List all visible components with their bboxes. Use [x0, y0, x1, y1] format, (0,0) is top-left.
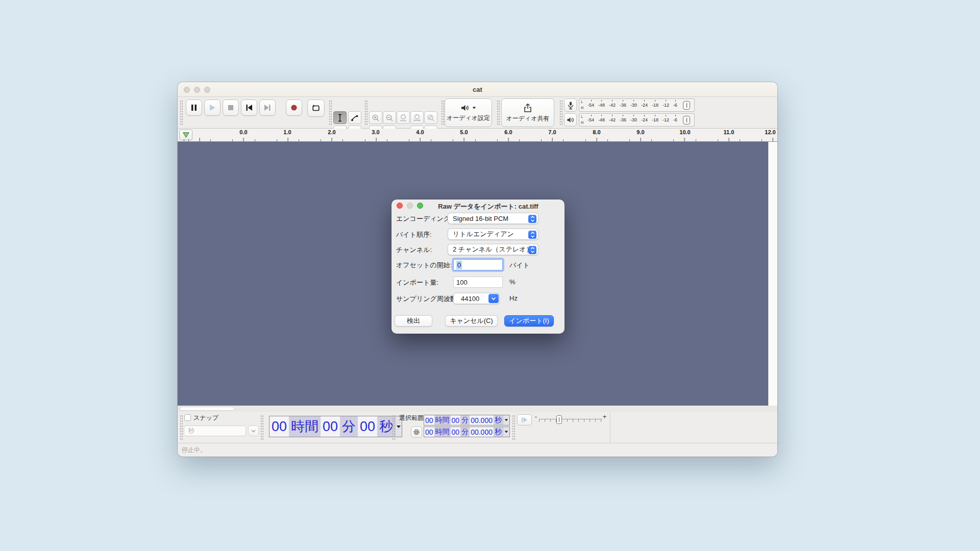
- ruler-tick-label: 12.0: [765, 129, 775, 135]
- record-button[interactable]: [286, 99, 302, 116]
- byte-order-label: バイト順序:: [396, 230, 432, 239]
- share-audio-button[interactable]: オーディオ共有: [501, 98, 554, 127]
- meter-toolbar-grip[interactable]: [559, 100, 563, 125]
- horizontal-scrollbar-thumb[interactable]: [180, 407, 235, 411]
- pause-button[interactable]: [186, 99, 202, 116]
- loop-button[interactable]: [307, 99, 325, 117]
- channels-label: チャンネル:: [396, 245, 432, 255]
- offset-label: オフセットの開始:: [396, 261, 452, 270]
- envelope-tool-button[interactable]: [348, 111, 361, 124]
- skip-to-end-button[interactable]: [259, 99, 276, 116]
- playback-meter-clip-indicator: [683, 116, 690, 124]
- recording-meter[interactable]: L R -54-48-42-36-30-24-18-12-6: [579, 98, 695, 112]
- detect-button[interactable]: 検出: [395, 315, 432, 327]
- amount-input[interactable]: 100: [453, 277, 503, 288]
- fit-selection-button[interactable]: [397, 111, 410, 124]
- share-toolbar-grip[interactable]: [497, 100, 500, 125]
- zoom-in-button[interactable]: [369, 111, 382, 124]
- dialog-close-button[interactable]: [397, 203, 403, 209]
- share-icon: [523, 103, 532, 113]
- byte-order-row: バイト順序: リトルエンディアン: [391, 229, 565, 240]
- edit-toolbar-grip[interactable]: [364, 100, 368, 125]
- offset-value: 0: [456, 261, 462, 269]
- status-bar: 停止中。: [178, 443, 777, 457]
- ruler-tick-label: 11.0: [724, 129, 734, 135]
- ruler-tick-label: 4.0: [416, 129, 424, 135]
- channels-select[interactable]: 2 チャンネル（ステレオ）: [448, 244, 538, 255]
- playback-meter-left-label: L: [581, 115, 583, 119]
- speed-slider-thumb[interactable]: [556, 415, 562, 424]
- import-raw-dialog: Raw データをインポート: cat.tiff エンコーディング: Signed…: [391, 199, 565, 334]
- ruler-tick-label: 0.0: [239, 129, 247, 135]
- playback-meter[interactable]: L R -54-48-42-36-30-24-18-12-6: [579, 113, 695, 127]
- speaker-setup-icon: [460, 104, 476, 112]
- window-titlebar[interactable]: cat: [178, 82, 777, 97]
- selection-range-label: 選択範囲: [399, 414, 424, 422]
- ruler-tick-label: 10.0: [679, 129, 690, 135]
- encoding-value: Signed 16-bit PCM: [453, 215, 508, 222]
- selection-start-field[interactable]: 00 時間 00 分 00.000 秒: [424, 415, 510, 425]
- sample-rate-combo[interactable]: 44100: [453, 293, 500, 304]
- audio-setup-toolbar-grip[interactable]: [441, 100, 445, 125]
- offset-input[interactable]: 0: [453, 259, 503, 270]
- selection-end-field[interactable]: 00 時間 00 分 00.000 秒: [424, 427, 510, 437]
- import-button[interactable]: インポート(I): [504, 315, 554, 327]
- amount-value: 100: [456, 279, 468, 286]
- dialog-traffic-lights: [397, 203, 423, 209]
- ruler-major-ticks: [178, 138, 777, 141]
- zoom-toggle-button[interactable]: [424, 111, 437, 124]
- playback-meter-button[interactable]: [564, 113, 577, 127]
- play-button[interactable]: [204, 99, 220, 116]
- snap-mode-combo[interactable]: 秒: [184, 425, 246, 436]
- pinned-play-head-icon: [183, 132, 189, 138]
- play-at-speed-button[interactable]: [517, 414, 532, 425]
- window-title: cat: [178, 86, 777, 93]
- dialog-buttons-row: 検出 キャンセル(C) インポート(I): [391, 315, 565, 327]
- dialog-minimize-button[interactable]: [407, 203, 413, 209]
- selection-end-format-dropdown[interactable]: [503, 427, 509, 437]
- horizontal-scrollbar[interactable]: [178, 406, 777, 412]
- byte-order-select[interactable]: リトルエンディアン: [448, 229, 538, 240]
- bottom-toolbar-dock: スナップ 秒 00 時間 00 分 00 秒 選択範囲 00 時間 00 分: [178, 412, 777, 443]
- sample-rate-unit: Hz: [509, 294, 518, 302]
- ruler-tick-label: 2.0: [328, 129, 335, 135]
- speed-plus-label: +: [603, 413, 606, 420]
- sample-rate-value: 44100: [461, 295, 479, 303]
- sample-rate-label: サンプリング周波数:: [396, 294, 458, 304]
- amount-row: インポート量: 100 %: [391, 277, 565, 288]
- offset-unit: バイト: [509, 261, 530, 270]
- snapping-toolbar-grip[interactable]: [180, 415, 183, 440]
- offset-row: オフセットの開始: 0 バイト: [391, 259, 565, 270]
- chevron-down-icon: [251, 430, 256, 433]
- play-at-speed-icon: [521, 417, 528, 423]
- audio-setup-button[interactable]: オーディオ設定: [445, 98, 492, 127]
- vertical-scrollbar[interactable]: [768, 142, 777, 406]
- selection-options-button[interactable]: [411, 427, 422, 438]
- play-at-speed-toolbar-grip[interactable]: [512, 415, 516, 440]
- record-meter-button[interactable]: [564, 98, 577, 112]
- speed-minus-label: -: [535, 413, 537, 420]
- tools-toolbar-grip[interactable]: [329, 100, 332, 125]
- snap-mode-value: 秒: [188, 427, 194, 435]
- fit-project-button[interactable]: [410, 111, 424, 124]
- time-toolbar-grip[interactable]: [260, 415, 264, 440]
- cancel-button[interactable]: キャンセル(C): [445, 315, 498, 327]
- transport-toolbar-grip[interactable]: [180, 100, 183, 125]
- encoding-select[interactable]: Signed 16-bit PCM: [448, 213, 538, 224]
- skip-to-start-button[interactable]: [241, 99, 257, 116]
- ruler-tick-label: 5.0: [460, 129, 468, 135]
- snap-mode-dropdown-button[interactable]: [248, 425, 259, 436]
- audio-position-display[interactable]: 00 時間 00 分 00 秒: [269, 416, 402, 437]
- recording-meter-left-label: L: [581, 100, 583, 104]
- selection-tool-button[interactable]: [333, 111, 347, 124]
- timeline-ruler[interactable]: 0.0 1.0 2.0 3.0 4.0 5.0 6.0 7.0 8.0 9.0 …: [178, 129, 777, 142]
- snap-checkbox[interactable]: [184, 414, 191, 421]
- stop-button[interactable]: [223, 99, 239, 116]
- playback-speed-slider[interactable]: - +: [535, 414, 606, 425]
- popup-stepper-icon: [528, 246, 536, 254]
- speaker-icon: [567, 116, 574, 123]
- selection-toolbar-grip[interactable]: [392, 415, 396, 440]
- zoom-out-button[interactable]: [383, 111, 396, 124]
- dock-divider: [610, 412, 610, 443]
- selection-start-format-dropdown[interactable]: [503, 415, 509, 425]
